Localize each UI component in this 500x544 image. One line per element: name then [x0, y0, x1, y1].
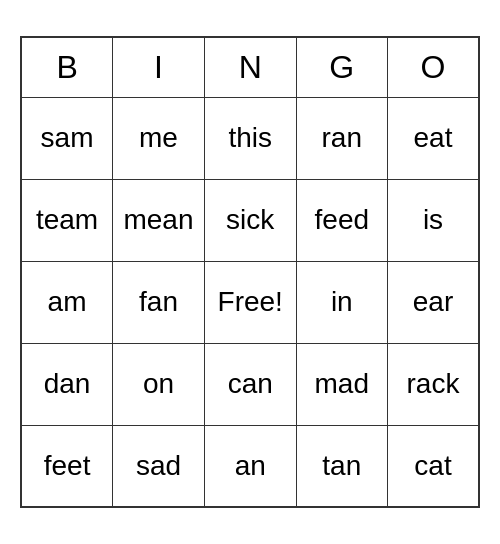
bingo-cell-4-2: an [204, 425, 296, 507]
bingo-cell-3-3: mad [296, 343, 387, 425]
bingo-row-2: amfanFree!inear [21, 261, 479, 343]
bingo-cell-3-0: dan [21, 343, 113, 425]
header-col-b: B [21, 37, 113, 97]
bingo-cell-1-0: team [21, 179, 113, 261]
header-col-o: O [388, 37, 479, 97]
bingo-cell-3-4: rack [388, 343, 479, 425]
bingo-table: BINGO sammethisraneatteammeansickfeedisa… [20, 36, 480, 508]
bingo-cell-0-1: me [113, 97, 205, 179]
bingo-cell-4-0: feet [21, 425, 113, 507]
bingo-cell-2-2: Free! [204, 261, 296, 343]
bingo-cell-1-3: feed [296, 179, 387, 261]
bingo-cell-2-4: ear [388, 261, 479, 343]
bingo-cell-0-3: ran [296, 97, 387, 179]
bingo-cell-2-3: in [296, 261, 387, 343]
bingo-cell-2-0: am [21, 261, 113, 343]
header-row: BINGO [21, 37, 479, 97]
header-col-i: I [113, 37, 205, 97]
bingo-cell-1-4: is [388, 179, 479, 261]
header-col-g: G [296, 37, 387, 97]
bingo-cell-4-3: tan [296, 425, 387, 507]
bingo-cell-3-2: can [204, 343, 296, 425]
bingo-row-0: sammethisraneat [21, 97, 479, 179]
bingo-row-3: danoncanmadrack [21, 343, 479, 425]
bingo-cell-0-4: eat [388, 97, 479, 179]
bingo-cell-3-1: on [113, 343, 205, 425]
bingo-cell-1-2: sick [204, 179, 296, 261]
bingo-cell-1-1: mean [113, 179, 205, 261]
bingo-body: sammethisraneatteammeansickfeedisamfanFr… [21, 97, 479, 507]
bingo-cell-4-4: cat [388, 425, 479, 507]
bingo-cell-0-0: sam [21, 97, 113, 179]
bingo-cell-2-1: fan [113, 261, 205, 343]
bingo-cell-0-2: this [204, 97, 296, 179]
bingo-row-4: feetsadantancat [21, 425, 479, 507]
bingo-cell-4-1: sad [113, 425, 205, 507]
header-col-n: N [204, 37, 296, 97]
bingo-row-1: teammeansickfeedis [21, 179, 479, 261]
